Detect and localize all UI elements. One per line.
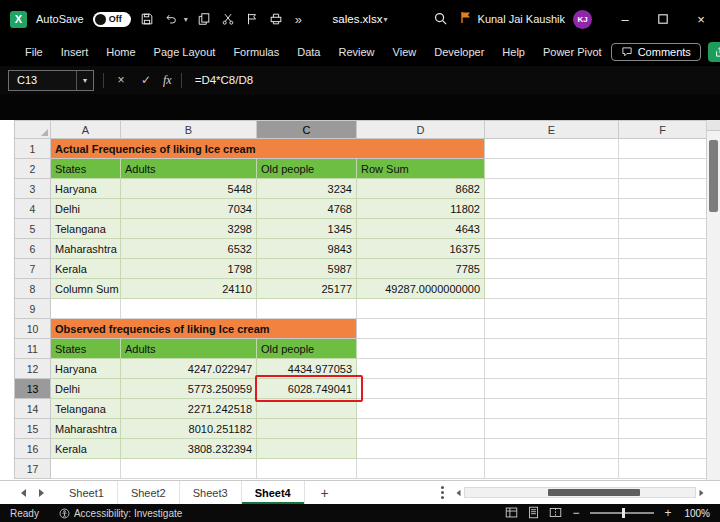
cell-A14[interactable]: Telangana — [51, 399, 121, 419]
cell-E12[interactable] — [485, 359, 619, 379]
cell-C16[interactable] — [257, 439, 357, 459]
cell-D6[interactable]: 16375 — [357, 239, 485, 259]
cell-A10[interactable]: Observed frequencies of liking Ice cream — [51, 319, 357, 339]
cell-C9[interactable] — [257, 299, 357, 319]
cell-F3[interactable] — [619, 179, 707, 199]
cell-B2[interactable]: Adults — [121, 159, 257, 179]
tab-power-pivot[interactable]: Power Pivot — [534, 38, 611, 66]
cell-B6[interactable]: 6532 — [121, 239, 257, 259]
cell-A4[interactable]: Delhi — [51, 199, 121, 219]
document-title[interactable]: sales.xlsx — [333, 13, 383, 25]
user-name[interactable]: Kunal Jai Kaushik — [478, 13, 565, 25]
tab-sheet2[interactable]: Sheet2 — [118, 481, 180, 504]
row-header-9[interactable]: 9 — [15, 299, 51, 319]
cell-C7[interactable]: 5987 — [257, 259, 357, 279]
cell-F13[interactable] — [619, 379, 707, 399]
vertical-scrollbar[interactable] — [706, 120, 720, 480]
cell-F17[interactable] — [619, 459, 707, 479]
cell-E7[interactable] — [485, 259, 619, 279]
row-header-6[interactable]: 6 — [15, 239, 51, 259]
cell-B11[interactable]: Adults — [121, 339, 257, 359]
cell-E10[interactable] — [485, 319, 619, 339]
add-sheet-button[interactable]: + — [315, 485, 335, 501]
cell-E5[interactable] — [485, 219, 619, 239]
more-commands-icon[interactable]: » — [295, 12, 302, 27]
row-header-3[interactable]: 3 — [15, 179, 51, 199]
cell-F14[interactable] — [619, 399, 707, 419]
cell-C4[interactable]: 4768 — [257, 199, 357, 219]
tab-help[interactable]: Help — [493, 38, 534, 66]
horizontal-scrollbar-thumb[interactable] — [548, 489, 640, 496]
cell-C3[interactable]: 3234 — [257, 179, 357, 199]
cell-A17[interactable] — [51, 459, 121, 479]
maximize-button[interactable] — [644, 0, 682, 38]
cell-A12[interactable]: Haryana — [51, 359, 121, 379]
cell-C11[interactable]: Old people — [257, 339, 357, 359]
tab-insert[interactable]: Insert — [52, 38, 98, 66]
zoom-out-button[interactable]: − — [571, 506, 581, 520]
cell-F2[interactable] — [619, 159, 707, 179]
cell-E1[interactable] — [485, 139, 619, 159]
tab-file[interactable]: File — [16, 38, 52, 66]
row-header-17[interactable]: 17 — [15, 459, 51, 479]
cell-D8[interactable]: 49287.0000000000 — [357, 279, 485, 299]
cell-E17[interactable] — [485, 459, 619, 479]
row-header-7[interactable]: 7 — [15, 259, 51, 279]
cut-icon[interactable] — [221, 12, 236, 27]
cell-A2[interactable]: States — [51, 159, 121, 179]
cell-E3[interactable] — [485, 179, 619, 199]
cell-D17[interactable] — [357, 459, 485, 479]
tab-data[interactable]: Data — [288, 38, 329, 66]
cell-F6[interactable] — [619, 239, 707, 259]
zoom-slider[interactable] — [590, 512, 654, 514]
row-header-2[interactable]: 2 — [15, 159, 51, 179]
cell-A11[interactable]: States — [51, 339, 121, 359]
share-button[interactable]: ▾ — [708, 42, 720, 62]
row-header-5[interactable]: 5 — [15, 219, 51, 239]
copy-icon[interactable] — [197, 12, 212, 27]
cell-A3[interactable]: Haryana — [51, 179, 121, 199]
cell-B17[interactable] — [121, 459, 257, 479]
cell-D15[interactable] — [357, 419, 485, 439]
cell-E16[interactable] — [485, 439, 619, 459]
cell-A9[interactable] — [51, 299, 121, 319]
cell-C5[interactable]: 1345 — [257, 219, 357, 239]
tab-sheet1[interactable]: Sheet1 — [56, 481, 118, 504]
cell-A15[interactable]: Maharashtra — [51, 419, 121, 439]
cell-C13[interactable]: 6028.749041 — [257, 379, 357, 399]
chevron-down-icon[interactable]: ▾ — [76, 71, 93, 90]
tab-developer[interactable]: Developer — [425, 38, 493, 66]
enter-icon[interactable]: ✓ — [138, 73, 154, 87]
cell-D14[interactable] — [357, 399, 485, 419]
cell-B15[interactable]: 8010.251182 — [121, 419, 257, 439]
column-header-A[interactable]: A — [51, 121, 121, 139]
tab-formulas[interactable]: Formulas — [224, 38, 288, 66]
cell-F12[interactable] — [619, 359, 707, 379]
row-header-12[interactable]: 12 — [15, 359, 51, 379]
column-header-D[interactable]: D — [357, 121, 485, 139]
comments-button[interactable]: Comments — [611, 43, 701, 61]
cell-F10[interactable] — [619, 319, 707, 339]
insert-function-icon[interactable]: fx — [163, 73, 172, 88]
cancel-icon[interactable]: × — [113, 73, 129, 87]
printer-icon[interactable] — [269, 12, 284, 27]
cell-C2[interactable]: Old people — [257, 159, 357, 179]
cell-E9[interactable] — [485, 299, 619, 319]
cell-A6[interactable]: Maharashtra — [51, 239, 121, 259]
accessibility-status[interactable]: Accessibility: Investigate — [59, 508, 182, 519]
sheet-nav-left-icon[interactable] — [14, 489, 32, 497]
cell-D7[interactable]: 7785 — [357, 259, 485, 279]
cell-A16[interactable]: Kerala — [51, 439, 121, 459]
scrollbar-split-handle[interactable] — [707, 120, 720, 131]
cell-B8[interactable]: 24110 — [121, 279, 257, 299]
cell-E4[interactable] — [485, 199, 619, 219]
column-header-B[interactable]: B — [121, 121, 257, 139]
cell-B16[interactable]: 3808.232394 — [121, 439, 257, 459]
select-all-corner[interactable] — [15, 121, 51, 139]
row-header-15[interactable]: 15 — [15, 419, 51, 439]
flag-icon[interactable] — [245, 12, 260, 27]
row-header-10[interactable]: 10 — [15, 319, 51, 339]
row-header-13[interactable]: 13 — [15, 379, 51, 399]
horizontal-scrollbar[interactable] — [456, 487, 704, 498]
cell-D4[interactable]: 11802 — [357, 199, 485, 219]
